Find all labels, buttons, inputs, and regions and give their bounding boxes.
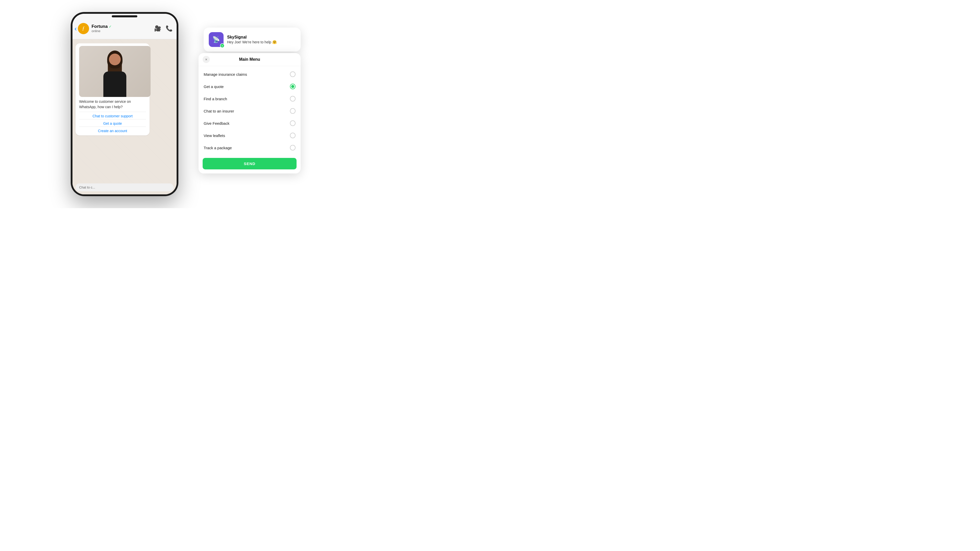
menu-item-label: Manage insurance claims [204, 72, 247, 76]
radio-button[interactable] [290, 121, 296, 126]
person-body [103, 71, 126, 97]
radio-button[interactable] [290, 133, 296, 138]
contact-status: online [92, 29, 154, 33]
skysignal-icon: 📡 w [209, 32, 224, 47]
video-call-icon[interactable]: 🎥 [154, 25, 161, 32]
header-actions: 🎥 📞 [154, 25, 172, 32]
radio-button[interactable] [290, 71, 296, 77]
btn-chat-support[interactable]: Chat to customer support [79, 112, 146, 118]
list-item[interactable]: Get a quote [199, 80, 301, 93]
menu-item-label: Get a quote [204, 84, 224, 89]
menu-item-label: Chat to an insurer [204, 109, 234, 113]
menu-item-label: Give Feedback [204, 121, 229, 125]
phone-notch [112, 15, 137, 17]
menu-item-label: View leaflets [204, 133, 225, 138]
back-button[interactable]: ‹ [75, 25, 77, 32]
menu-items-list: Manage insurance claims Get a quote Find… [199, 66, 301, 156]
radio-button[interactable] [290, 108, 296, 114]
radio-button-selected[interactable] [290, 84, 296, 89]
radio-button[interactable] [290, 96, 296, 102]
list-item[interactable]: Track a package [199, 141, 301, 154]
list-item[interactable]: Give Feedback [199, 117, 301, 129]
list-item[interactable]: Manage insurance claims [199, 68, 301, 80]
person-face [109, 54, 121, 65]
phone-screen: ‹ ƒ Fortuna ✓ online 🎥 📞 [73, 14, 177, 194]
list-item[interactable]: Chat to an insurer [199, 105, 301, 117]
welcome-message: Welcome to customer service on WhatsApp,… [79, 99, 146, 110]
whatsapp-header: ‹ ƒ Fortuna ✓ online 🎥 📞 [73, 14, 177, 39]
notification-card: 📡 w SkySignal Hey Joe! We're here to hel… [204, 27, 301, 52]
btn-get-quote[interactable]: Get a quote [79, 119, 146, 125]
menu-item-label: Find a branch [204, 97, 227, 101]
contact-avatar: ƒ [78, 23, 89, 34]
close-icon: × [205, 57, 207, 62]
name-row: Fortuna ✓ [92, 24, 154, 29]
menu-item-label: Track a package [204, 146, 232, 150]
list-item[interactable]: Find a branch [199, 93, 301, 105]
menu-card: × Main Menu Manage insurance claims Get … [199, 53, 301, 173]
whatsapp-body: Welcome to customer service on WhatsApp,… [73, 39, 177, 194]
list-item[interactable]: View leaflets [199, 129, 301, 141]
menu-title: Main Menu [239, 57, 260, 62]
contact-info: Fortuna ✓ online [92, 24, 154, 33]
person-silhouette [98, 48, 131, 97]
whatsapp-badge: w [220, 43, 224, 48]
whatsapp-badge-letter: w [221, 44, 223, 47]
phone-mockup: ‹ ƒ Fortuna ✓ online 🎥 📞 [71, 12, 178, 196]
verified-icon: ✓ [109, 24, 112, 29]
agent-photo [79, 46, 151, 97]
menu-header: × Main Menu [199, 53, 301, 66]
notification-content: SkySignal Hey Joe! We're here to help 🤗 [227, 35, 296, 44]
scene: ‹ ƒ Fortuna ✓ online 🎥 📞 [71, 12, 301, 196]
menu-close-button[interactable]: × [203, 56, 210, 63]
chat-input-preview[interactable]: Chat to c... [76, 183, 173, 191]
phone-call-icon[interactable]: 📞 [165, 25, 172, 32]
message-bubble: Welcome to customer service on WhatsApp,… [76, 43, 150, 135]
radio-button[interactable] [290, 145, 296, 151]
signal-wave-icon: 📡 [212, 36, 220, 43]
notification-app-name: SkySignal [227, 35, 296, 40]
notification-message: Hey Joe! We're here to help 🤗 [227, 40, 296, 44]
send-button[interactable]: SEND [203, 158, 297, 169]
btn-create-account[interactable]: Create an account [79, 127, 146, 133]
contact-name: Fortuna [92, 24, 108, 29]
